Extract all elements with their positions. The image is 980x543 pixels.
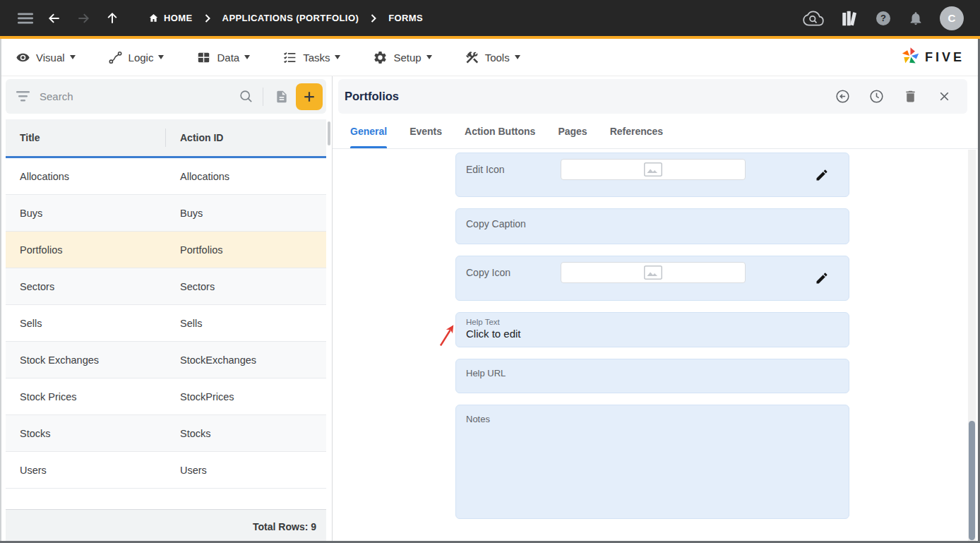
table-row[interactable]: StocksStocks xyxy=(6,415,326,452)
tab-pages[interactable]: Pages xyxy=(558,114,587,148)
tab-bar: GeneralEventsAction ButtonsPagesReferenc… xyxy=(333,114,980,149)
cloud-search-icon[interactable] xyxy=(803,10,824,27)
menu-icon[interactable] xyxy=(17,10,34,27)
table-row[interactable]: Stock ExchangesStockExchanges xyxy=(6,342,326,378)
edit-icon-pencil-button[interactable] xyxy=(815,168,829,182)
breadcrumb-item[interactable]: HOME xyxy=(148,13,193,23)
table-row[interactable]: UsersUsers xyxy=(6,452,326,489)
copy-caption-label: Copy Caption xyxy=(466,218,526,229)
search-input[interactable] xyxy=(40,90,234,102)
filter-icon[interactable] xyxy=(16,90,30,102)
home-icon xyxy=(148,13,159,23)
chevron-right-icon xyxy=(205,14,210,23)
divider xyxy=(263,88,263,106)
table-row[interactable]: PortfoliosPortfolios xyxy=(6,232,326,268)
chevron-right-icon xyxy=(371,14,376,23)
copy-icon-input[interactable] xyxy=(561,262,746,283)
panel-title: Portfolios xyxy=(345,90,399,103)
five-logo-pinwheel-icon xyxy=(901,47,920,68)
window-edge-left xyxy=(0,39,1,543)
table-header: Title Action ID xyxy=(6,119,326,158)
avatar[interactable]: C xyxy=(940,6,964,30)
table-row[interactable]: SellsSells xyxy=(6,305,326,342)
annotation-red-arrow-icon xyxy=(437,320,457,354)
menu-visual[interactable]: Visual xyxy=(16,50,76,65)
notes-label: Notes xyxy=(466,414,490,424)
detail-scrollbar-track[interactable] xyxy=(968,150,976,543)
detail-panel: Portfolios GeneralEventsActi xyxy=(333,76,980,543)
field-copy-icon: Copy Icon xyxy=(455,256,849,301)
tab-references[interactable]: References xyxy=(610,114,664,148)
menu-data[interactable]: Data xyxy=(196,50,250,65)
library-icon[interactable] xyxy=(840,10,859,27)
table-row[interactable]: AllocationsAllocations xyxy=(6,158,326,195)
left-scrollbar-thumb[interactable] xyxy=(328,121,330,145)
menu-tasks[interactable]: Tasks xyxy=(282,50,340,65)
tab-events[interactable]: Events xyxy=(410,114,442,148)
menu-logic[interactable]: Logic xyxy=(108,50,165,65)
tab-general[interactable]: General xyxy=(350,114,387,148)
caret-down-icon xyxy=(426,55,432,59)
help-text-value[interactable]: Click to edit xyxy=(466,328,837,340)
table-row[interactable]: BuysBuys xyxy=(6,195,326,232)
caret-down-icon xyxy=(158,55,164,59)
history-icon[interactable] xyxy=(868,88,885,105)
table-footer: Total Rows: 9 xyxy=(6,509,326,543)
table-body: AllocationsAllocationsBuysBuysPortfolios… xyxy=(6,158,326,489)
field-notes[interactable]: Notes xyxy=(455,405,849,519)
search-icon[interactable] xyxy=(239,89,254,105)
close-icon[interactable] xyxy=(936,88,952,105)
eye-icon xyxy=(16,50,30,65)
table-row[interactable]: Stock PricesStockPrices xyxy=(6,378,326,415)
back-arrow-icon[interactable] xyxy=(46,10,63,27)
menu-tools[interactable]: Tools xyxy=(465,50,520,65)
breadcrumb-item[interactable]: FORMS xyxy=(388,13,423,23)
app-window: HOMEAPPLICATIONS (PORTFOLIO)FORMS ? C Vi… xyxy=(0,0,980,543)
caret-down-icon xyxy=(515,55,520,59)
tasks-icon xyxy=(282,50,297,65)
notifications-icon[interactable] xyxy=(908,10,924,27)
delete-icon[interactable] xyxy=(902,88,919,105)
help-url-label: Help URL xyxy=(466,368,506,378)
detail-panel-header: Portfolios xyxy=(338,79,967,114)
detail-scrollbar-thumb[interactable] xyxy=(969,421,975,540)
table-row[interactable]: SectorsSectors xyxy=(6,268,326,305)
table-filler xyxy=(6,489,326,509)
field-copy-caption[interactable]: Copy Caption xyxy=(455,208,849,244)
five-logo: FIVE xyxy=(901,39,964,76)
caret-down-icon xyxy=(70,55,76,59)
tools-icon xyxy=(465,50,479,65)
field-help-url[interactable]: Help URL xyxy=(455,359,849,393)
up-arrow-icon[interactable] xyxy=(104,10,121,27)
caret-down-icon xyxy=(244,55,250,59)
help-icon[interactable]: ? xyxy=(875,10,892,27)
field-help-text[interactable]: Help Text Click to edit xyxy=(455,312,849,347)
caret-down-icon xyxy=(335,55,340,59)
menu-setup[interactable]: Setup xyxy=(373,50,431,65)
top-navbar: HOMEAPPLICATIONS (PORTFOLIO)FORMS ? C xyxy=(0,0,980,39)
data-grid-icon xyxy=(196,50,211,65)
svg-text:?: ? xyxy=(880,13,886,23)
logic-icon xyxy=(108,50,123,65)
restore-icon[interactable] xyxy=(834,88,851,105)
forward-arrow-icon[interactable] xyxy=(75,10,92,27)
copy-icon-label: Copy Icon xyxy=(466,262,561,283)
add-record-button[interactable] xyxy=(296,83,323,110)
menubar: VisualLogicDataTasksSetupTools FIVE xyxy=(0,39,980,76)
edit-icon-input[interactable] xyxy=(561,159,746,180)
column-header-title[interactable]: Title xyxy=(6,129,166,147)
search-bar xyxy=(6,79,326,114)
breadcrumb: HOMEAPPLICATIONS (PORTFOLIO)FORMS xyxy=(148,13,423,23)
tab-action-buttons[interactable]: Action Buttons xyxy=(465,114,535,148)
records-panel: Title Action ID AllocationsAllocationsBu… xyxy=(0,76,333,543)
breadcrumb-item[interactable]: APPLICATIONS (PORTFOLIO) xyxy=(222,13,359,23)
field-edit-icon: Edit Icon xyxy=(455,153,849,197)
copy-icon-pencil-button[interactable] xyxy=(815,271,829,285)
document-button[interactable] xyxy=(270,85,294,109)
column-header-action-id[interactable]: Action ID xyxy=(166,132,326,143)
general-form: Edit Icon Copy Caption Copy Icon xyxy=(333,149,980,542)
gear-icon xyxy=(373,50,388,65)
five-logo-text: FIVE xyxy=(925,50,964,65)
edit-icon-label: Edit Icon xyxy=(466,159,561,180)
total-rows-label: Total Rows: 9 xyxy=(253,521,316,532)
